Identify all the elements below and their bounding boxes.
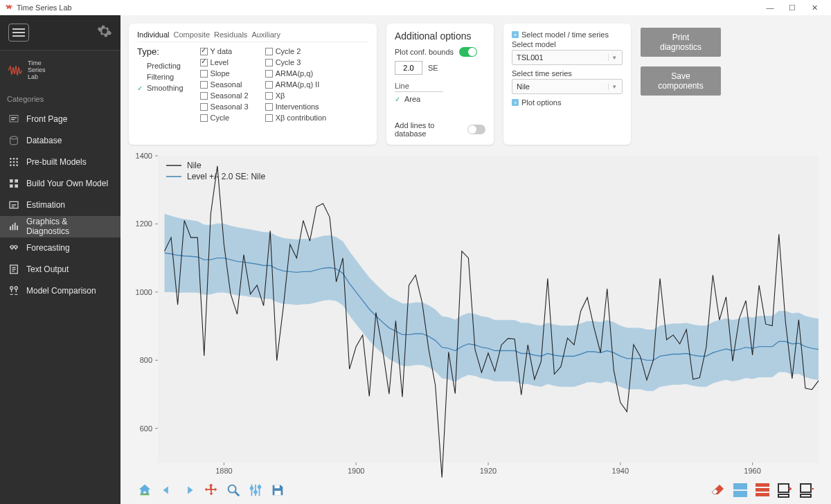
save-icon[interactable] xyxy=(269,481,287,499)
svg-rect-66 xyxy=(756,488,769,492)
nav-item-database[interactable]: Database xyxy=(0,130,120,152)
save-components-button[interactable]: Save components xyxy=(641,66,721,96)
check-interventions[interactable]: Interventions xyxy=(265,102,327,111)
series-tabs: IndividualCompositeResidualsAuxiliary xyxy=(137,30,368,42)
check-arma-p-q-ii[interactable]: ARMA(p,q) II xyxy=(265,80,327,89)
svg-rect-14 xyxy=(15,179,18,183)
nav-icon xyxy=(8,178,19,189)
print-diagnostics-button[interactable]: Print diagnostics xyxy=(641,28,721,57)
mode-predicting[interactable]: Predicting xyxy=(137,61,184,71)
svg-point-10 xyxy=(10,165,12,167)
add-plot-icon[interactable] xyxy=(776,481,794,499)
tab-composite[interactable]: Composite xyxy=(173,30,210,39)
minimize-button[interactable]: — xyxy=(759,3,781,12)
svg-text:1960: 1960 xyxy=(744,467,760,475)
svg-point-5 xyxy=(13,158,15,160)
zoom-icon[interactable] xyxy=(224,481,242,499)
nav-item-pre-built-models[interactable]: Pre-built Models xyxy=(0,152,120,173)
svg-rect-61 xyxy=(274,485,279,489)
svg-rect-16 xyxy=(15,185,18,188)
svg-rect-15 xyxy=(10,185,13,188)
svg-rect-64 xyxy=(733,491,747,497)
svg-point-23 xyxy=(15,246,17,249)
back-icon[interactable] xyxy=(158,481,176,499)
forward-icon[interactable] xyxy=(180,481,198,499)
maximize-button[interactable]: ☐ xyxy=(781,3,803,12)
checkbox-icon xyxy=(265,70,273,78)
se-input[interactable] xyxy=(395,61,422,75)
svg-point-25 xyxy=(10,287,13,289)
plot-conf-toggle[interactable] xyxy=(459,47,477,57)
nav-label: Forecasting xyxy=(26,243,70,253)
layout-2-icon[interactable] xyxy=(753,481,771,499)
check-cycle-2[interactable]: Cycle 2 xyxy=(265,46,327,56)
settings-button[interactable] xyxy=(97,24,112,42)
nav-icon xyxy=(8,135,19,146)
nav-item-front-page[interactable]: Front Page xyxy=(0,109,120,130)
check-y-data[interactable]: Y data xyxy=(200,46,249,56)
remove-plot-icon[interactable] xyxy=(798,481,816,499)
checkbox-icon xyxy=(200,114,208,122)
chart-svg: 60080010001200140018801900192019401960Ni… xyxy=(129,150,823,479)
app-title: Time Series Lab xyxy=(17,3,72,12)
configure-icon[interactable] xyxy=(247,481,265,499)
nav-item-text-output[interactable]: Text Output xyxy=(0,259,120,280)
svg-point-53 xyxy=(229,485,236,493)
nav-item-forecasting[interactable]: Forecasting xyxy=(0,237,120,259)
check-seasonal-3[interactable]: Seasonal 3 xyxy=(200,102,249,111)
titlebar: Time Series Lab — ☐ ✕ xyxy=(0,0,831,15)
pan-icon[interactable] xyxy=(202,481,220,499)
svg-text:600: 600 xyxy=(140,424,152,433)
plot-options-header[interactable]: + Plot options xyxy=(512,98,623,107)
svg-point-11 xyxy=(13,165,15,167)
nav-item-estimation[interactable]: Estimation xyxy=(0,195,120,216)
svg-rect-52 xyxy=(141,494,150,496)
check-slope[interactable]: Slope xyxy=(200,69,249,78)
check-x-[interactable]: Xβ xyxy=(265,91,327,100)
mode-smoothing[interactable]: ✓Smoothing xyxy=(137,83,184,93)
checkbox-icon xyxy=(200,92,208,100)
add-lines-toggle[interactable] xyxy=(467,125,485,134)
close-button[interactable]: ✕ xyxy=(803,3,825,12)
line-section-label: Line xyxy=(395,82,443,92)
nav-label: Graphics & Diagnostics xyxy=(26,217,112,236)
area-option[interactable]: ✓ Area xyxy=(395,95,485,103)
nav-label: Build Your Own Model xyxy=(26,179,108,188)
home-icon[interactable] xyxy=(136,481,154,499)
svg-point-8 xyxy=(13,161,15,163)
nav-item-build-your-own-model[interactable]: Build Your Own Model xyxy=(0,173,120,195)
svg-text:Nile: Nile xyxy=(187,161,202,170)
check-arma-p-q-[interactable]: ARMA(p,q) xyxy=(265,69,327,78)
check-x-contribution[interactable]: Xβ contribution xyxy=(265,113,327,123)
svg-rect-63 xyxy=(733,483,747,489)
eraser-icon[interactable] xyxy=(709,481,727,499)
check-seasonal[interactable]: Seasonal xyxy=(200,80,249,89)
menu-button[interactable] xyxy=(8,24,29,42)
se-suffix: SE xyxy=(428,64,438,72)
svg-text:800: 800 xyxy=(140,356,152,364)
checkbox-icon xyxy=(265,48,273,55)
checkbox-icon xyxy=(200,70,208,78)
model-select[interactable]: TSL001 ▾ xyxy=(512,50,623,65)
layout-1-icon[interactable] xyxy=(731,481,749,499)
check-seasonal-2[interactable]: Seasonal 2 xyxy=(200,91,249,100)
logo: Time Series Lab xyxy=(0,50,120,92)
nav-item-model-comparison[interactable]: Model Comparison xyxy=(0,280,120,302)
chart: 60080010001200140018801900192019401960Ni… xyxy=(129,150,823,479)
svg-rect-70 xyxy=(801,484,811,492)
check-cycle[interactable]: Cycle xyxy=(200,113,249,123)
nav-item-graphics-diagnostics[interactable]: Graphics & Diagnostics xyxy=(0,216,120,237)
timeseries-select[interactable]: Nile ▾ xyxy=(512,79,623,94)
plus-icon: + xyxy=(512,99,519,106)
tab-individual[interactable]: Individual xyxy=(137,30,169,39)
check-level[interactable]: Level xyxy=(200,57,249,67)
nav-label: Database xyxy=(26,136,62,145)
checkbox-icon xyxy=(200,59,208,66)
check-cycle-3[interactable]: Cycle 3 xyxy=(265,57,327,67)
svg-rect-18 xyxy=(10,226,11,230)
select-model-ts-header[interactable]: + Select model / time series xyxy=(512,30,623,39)
mode-filtering[interactable]: Filtering xyxy=(137,72,184,82)
tab-residuals[interactable]: Residuals xyxy=(214,30,247,39)
checkbox-icon xyxy=(200,81,208,89)
tab-auxiliary[interactable]: Auxiliary xyxy=(251,30,280,39)
